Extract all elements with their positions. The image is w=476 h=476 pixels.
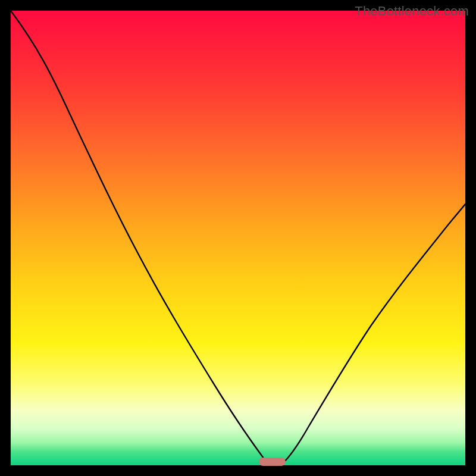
chart-frame: TheBottleneck.com — [0, 0, 476, 476]
watermark-text: TheBottleneck.com — [355, 4, 469, 19]
curve-left-branch — [11, 11, 268, 463]
curve-right-branch — [283, 204, 465, 463]
plot-area — [11, 11, 465, 465]
bottleneck-marker — [259, 458, 286, 466]
bottleneck-curve — [11, 11, 465, 465]
